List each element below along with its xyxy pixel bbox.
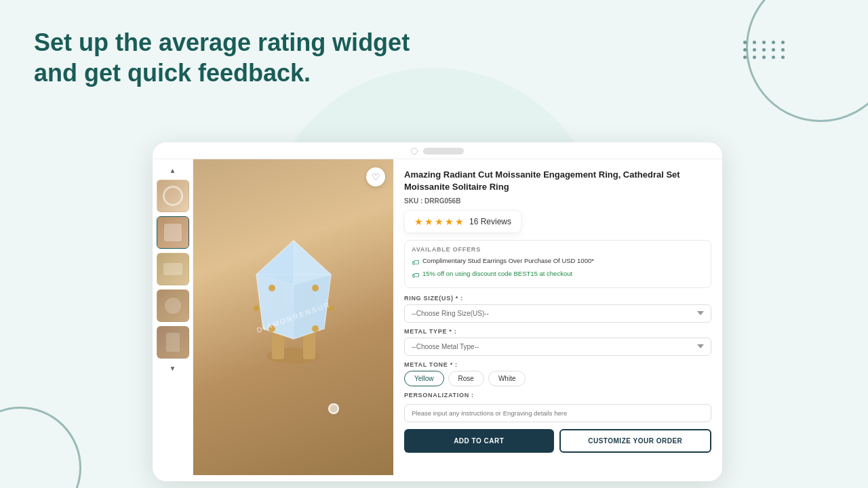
device-frame: ▲ [153, 142, 722, 481]
add-to-cart-button[interactable]: ADD TO CART [404, 429, 554, 453]
review-count[interactable]: 16 Reviews [469, 217, 511, 226]
thumbnail-3[interactable] [157, 253, 189, 285]
device-circle-indicator [411, 148, 418, 155]
thumbnail-2[interactable] [157, 216, 189, 249]
thumbnails-panel: ▲ [153, 159, 193, 475]
star-ratings: ★ ★ ★ ★ ★ [414, 216, 464, 227]
star-3: ★ [435, 216, 443, 227]
action-buttons: ADD TO CART CUSTOMIZE YOUR ORDER [404, 429, 711, 453]
personalization-input[interactable] [404, 404, 711, 422]
svg-point-16 [254, 306, 259, 311]
tone-white-btn[interactable]: White [488, 371, 526, 386]
metal-type-label: METAL TYPE * : [404, 328, 711, 335]
thumb-down-nav[interactable]: ▼ [166, 363, 180, 373]
offers-section: AVAILABLE OFFERS 🏷 Complimentary Stud Ea… [404, 240, 711, 288]
ring-illustration [226, 220, 361, 396]
sku-line: SKU : DRRG056B [404, 197, 711, 205]
star-2: ★ [425, 216, 433, 227]
offer-text-2: 15% off on using discount code BEST15 at… [422, 270, 572, 278]
product-details-panel: Amazing Radiant Cut Moissanite Engagemen… [393, 159, 722, 475]
wishlist-button[interactable]: ♡ [366, 167, 385, 186]
thumbnail-4[interactable] [157, 289, 189, 322]
star-5: ★ [455, 216, 464, 227]
thumbnail-5[interactable] [157, 326, 189, 359]
offers-title: AVAILABLE OFFERS [412, 246, 704, 253]
sku-value: DRRG056B [425, 197, 460, 205]
headline: Set up the average rating widget and get… [34, 27, 410, 88]
tone-rose-btn[interactable]: Rose [448, 371, 484, 386]
dots-decoration [743, 41, 787, 59]
sku-label: SKU : [404, 197, 422, 205]
thumb-up-nav[interactable]: ▲ [166, 165, 180, 176]
svg-point-13 [312, 285, 319, 291]
offer-text-1: Complimentary Stud Earrings Over Purchas… [422, 257, 594, 265]
offer-tag-2: 🏷 [412, 270, 419, 280]
offer-item-2: 🏷 15% off on using discount code BEST15 … [412, 270, 704, 280]
offer-tag-1: 🏷 [412, 258, 419, 267]
main-product-image: DIAMONRENSUR ♡ [193, 159, 393, 475]
bg-circle-top-right [746, 0, 868, 122]
product-layout: ▲ [153, 159, 722, 475]
metal-type-select[interactable]: --Choose Metal Type-- GoldSilverPlatinum [404, 338, 711, 356]
cursor-indicator [328, 403, 339, 414]
device-bar [153, 142, 722, 159]
customize-order-button[interactable]: CUSTOMIZE YOUR ORDER [559, 429, 712, 453]
personalization-label: PERSONALIZATION : [404, 392, 711, 399]
product-title: Amazing Radiant Cut Moissanite Engagemen… [404, 169, 711, 193]
thumbnail-1[interactable] [157, 180, 189, 212]
ring-size-label: RING SIZE(US) * : [404, 295, 711, 302]
rating-widget[interactable]: ★ ★ ★ ★ ★ 16 Reviews [404, 210, 521, 233]
star-1: ★ [414, 216, 423, 227]
offer-item-1: 🏷 Complimentary Stud Earrings Over Purch… [412, 257, 704, 267]
headline-line2: and get quick feedback. [34, 59, 311, 87]
headline-line1: Set up the average rating widget [34, 28, 410, 56]
star-4: ★ [445, 216, 454, 227]
tone-yellow-btn[interactable]: Yellow [404, 371, 444, 386]
metal-tone-options: Yellow Rose White [404, 371, 711, 386]
device-pill-indicator [423, 148, 464, 155]
bg-circle-bottom-left [0, 407, 81, 488]
ring-size-select[interactable]: --Choose Ring Size(US)-- 456789 [404, 304, 711, 323]
svg-point-15 [312, 325, 319, 332]
metal-tone-label: METAL TONE * : [404, 361, 711, 368]
svg-point-12 [269, 285, 275, 291]
